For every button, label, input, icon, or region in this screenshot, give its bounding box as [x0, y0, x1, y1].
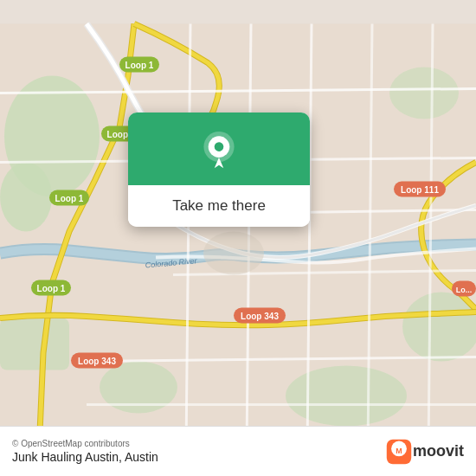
svg-text:Loop 1: Loop 1 — [37, 284, 66, 293]
svg-text:Loop 343: Loop 343 — [241, 312, 279, 321]
popup-header — [128, 113, 310, 185]
moovit-logo: M moovit — [385, 438, 464, 466]
svg-text:Lo...: Lo... — [456, 286, 473, 294]
map-background: Loop 1 Loop 1 Loop 1 Loop 1 Loop 111 Loo… — [0, 0, 476, 476]
take-me-there-button[interactable]: Take me there — [128, 185, 310, 227]
svg-point-2 — [0, 163, 52, 232]
svg-text:Loop 343: Loop 343 — [78, 357, 116, 366]
location-pin-icon — [200, 132, 238, 170]
svg-point-7 — [389, 68, 459, 119]
map-attribution: © OpenStreetMap contributors — [12, 439, 385, 448]
svg-text:M: M — [396, 447, 402, 455]
svg-rect-3 — [0, 318, 69, 370]
map-container: Loop 1 Loop 1 Loop 1 Loop 1 Loop 111 Loo… — [0, 0, 476, 476]
svg-point-39 — [215, 142, 224, 151]
svg-text:Loop 1: Loop 1 — [55, 194, 84, 203]
moovit-brand-icon: M — [385, 438, 413, 466]
location-label: Junk Hauling Austin, Austin — [12, 450, 385, 464]
svg-text:Loop 1: Loop 1 — [125, 61, 154, 70]
svg-point-5 — [286, 366, 407, 427]
bottom-bar-info: © OpenStreetMap contributors Junk Haulin… — [12, 439, 385, 464]
moovit-text: moovit — [413, 442, 464, 460]
svg-point-19 — [203, 232, 264, 275]
popup-button-label: Take me there — [172, 197, 266, 215]
svg-text:Loop 111: Loop 111 — [401, 185, 439, 195]
popup-card: Take me there — [128, 113, 310, 227]
bottom-bar: © OpenStreetMap contributors Junk Haulin… — [0, 426, 476, 476]
